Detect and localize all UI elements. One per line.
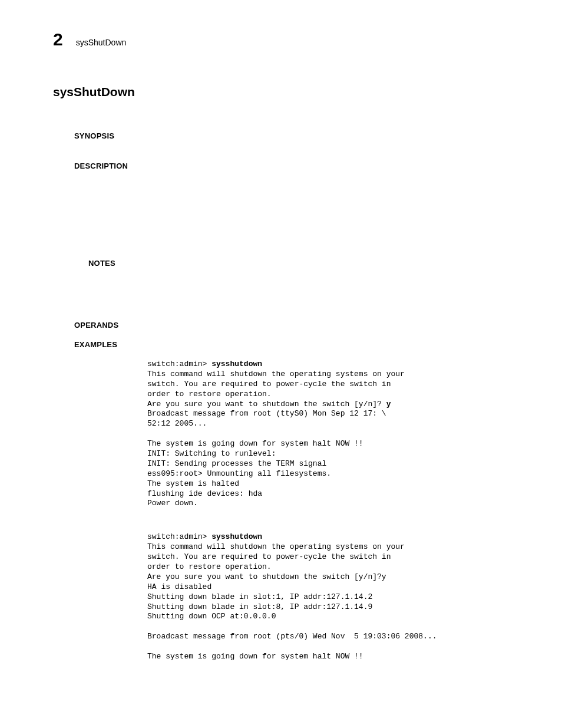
prompt: switch:admin>: [147, 360, 211, 368]
document-page: 2 sysShutDown sysShutDown SYNOPSIS DESCR…: [0, 0, 562, 691]
header-command-name: sysShutDown: [76, 38, 127, 47]
example-block-2: switch:admin> sysshutdown This command w…: [147, 532, 515, 662]
prompt: switch:admin>: [147, 532, 211, 541]
output-text: This command will shutdown the operating…: [147, 370, 405, 409]
section-description-label: DESCRIPTION: [74, 162, 515, 170]
section-operands-label: OPERANDS: [74, 321, 515, 330]
chapter-number: 2: [53, 29, 63, 50]
command: sysshutdown: [211, 360, 262, 368]
example-block-1: switch:admin> sysshutdown This command w…: [147, 360, 515, 509]
section-notes-label: NOTES: [88, 259, 515, 268]
output-text: This command will shutdown the operating…: [147, 542, 437, 661]
page-header: 2 sysShutDown: [53, 29, 515, 50]
user-input: y: [386, 400, 391, 409]
output-text: Broadcast message from root (ttyS0) Mon …: [147, 409, 386, 508]
page-title: sysShutDown: [53, 85, 515, 99]
section-examples-label: EXAMPLES: [74, 340, 515, 349]
section-synopsis-label: SYNOPSIS: [74, 131, 515, 140]
command: sysshutdown: [211, 532, 262, 541]
